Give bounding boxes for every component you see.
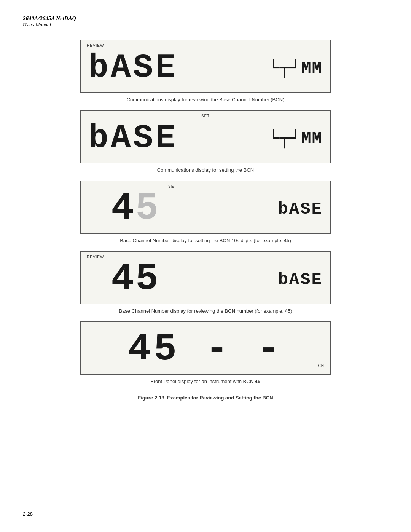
page-number: 2-28: [23, 511, 33, 517]
display4: REVIEW 45 bASE: [80, 251, 331, 304]
display2-label-set: SET: [201, 114, 210, 118]
display5-caption: Front Panel display for an instrument wi…: [80, 379, 331, 384]
display1-label-left: REVIEW: [87, 43, 104, 48]
display3-main-text: 45: [111, 190, 160, 228]
display1-caption: Communications display for reviewing the…: [80, 97, 331, 102]
display5-ch-label: CH: [318, 364, 324, 368]
display3-label-set: SET: [168, 184, 177, 189]
display4-main-text: 45: [111, 260, 160, 298]
display4-right-text: bASE: [278, 270, 323, 289]
display2: SET bASE └┬┘MM: [80, 110, 331, 163]
display3: SET 45 bASE: [80, 181, 331, 234]
page-header: 2640A/2645A NetDAQ Users Manual: [23, 15, 388, 30]
display3-caption-bold: 4: [284, 238, 287, 243]
display1-right: └┬┘MM: [269, 55, 323, 78]
display5-main-text: 45 - -: [128, 331, 283, 369]
display2-main-text: bASE: [88, 121, 178, 155]
display5-caption-bold: 45: [255, 379, 260, 384]
display3-caption: Base Channel Number display for setting …: [80, 238, 331, 243]
display1-main-text: bASE: [88, 51, 178, 85]
figure-caption: Figure 2-18. Examples for Reviewing and …: [138, 395, 273, 401]
display2-right: └┬┘MM: [269, 125, 323, 148]
display3-right: bASE: [278, 196, 323, 219]
display4-caption: Base Channel Number display for reviewin…: [80, 308, 331, 314]
display2-caption: Communications display for setting the B…: [80, 167, 331, 173]
display5: 45 - - CH: [80, 321, 331, 375]
display1-right-text: └┬┘MM: [269, 59, 323, 78]
main-content: REVIEW bASE └┬┘MM Communications display…: [23, 40, 388, 412]
display4-right: bASE: [278, 266, 323, 289]
display2-right-text: └┬┘MM: [269, 129, 323, 148]
header-title: 2640A/2645A NetDAQ: [23, 15, 388, 22]
display4-label-left: REVIEW: [87, 255, 104, 259]
display1: REVIEW bASE └┬┘MM: [80, 40, 331, 93]
display4-caption-bold: 45: [285, 308, 290, 314]
header-subtitle: Users Manual: [23, 22, 388, 28]
display3-right-text: bASE: [278, 200, 323, 219]
